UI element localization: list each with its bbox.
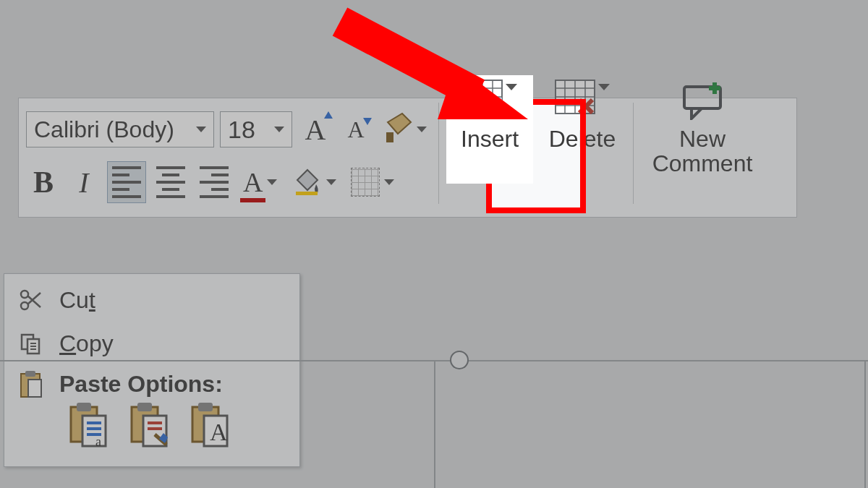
menu-label: Copy <box>59 330 114 357</box>
align-center-button[interactable] <box>152 161 190 203</box>
table-column-divider <box>434 361 435 488</box>
delete-button[interactable]: Delete <box>539 75 626 184</box>
separator <box>633 103 634 204</box>
document-table[interactable] <box>0 360 868 488</box>
font-size-select[interactable]: 18 <box>220 111 292 147</box>
table-move-handle[interactable] <box>450 351 469 369</box>
align-left-icon <box>112 166 141 198</box>
align-center-icon <box>156 166 185 198</box>
insert-label: Insert <box>461 127 519 152</box>
new-comment-icon <box>678 80 726 123</box>
shrink-font-icon: A <box>347 116 364 143</box>
grow-font-button[interactable]: A <box>298 108 333 150</box>
scissors-icon <box>17 288 43 312</box>
shrink-font-button[interactable]: A <box>339 108 373 150</box>
svg-point-18 <box>21 302 28 309</box>
separator <box>438 103 439 204</box>
menu-item-cut[interactable]: Cut <box>4 278 299 322</box>
insert-button[interactable]: Insert <box>446 75 533 184</box>
chevron-down-icon <box>326 179 336 185</box>
chevron-down-icon <box>506 84 517 90</box>
insert-table-icon <box>462 80 503 114</box>
bold-icon: B <box>33 165 54 200</box>
chevron-down-icon <box>384 179 394 185</box>
chevron-down-icon <box>274 127 284 132</box>
format-painter-icon <box>383 112 412 147</box>
align-left-button[interactable] <box>107 161 146 203</box>
borders-button[interactable] <box>346 161 399 203</box>
font-size-value: 18 <box>228 116 255 144</box>
italic-icon: I <box>79 166 88 200</box>
svg-point-19 <box>21 291 28 298</box>
svg-rect-17 <box>296 192 318 195</box>
format-painter-button[interactable] <box>379 108 431 150</box>
align-right-button[interactable] <box>195 161 233 203</box>
delete-table-icon <box>555 80 595 114</box>
new-comment-label: NewComment <box>652 127 753 176</box>
borders-icon <box>351 168 380 197</box>
chevron-down-icon <box>598 84 610 90</box>
chevron-down-icon <box>417 127 427 132</box>
chevron-down-icon <box>196 127 206 132</box>
grow-font-icon: A <box>305 113 326 147</box>
font-color-icon: A <box>243 166 263 198</box>
delete-label: Delete <box>549 127 616 152</box>
mini-toolbar: Calibri (Body) 18 A A <box>18 98 797 218</box>
menu-item-copy[interactable]: Copy <box>4 322 299 365</box>
copy-icon <box>17 332 43 355</box>
table-column-divider <box>864 361 866 488</box>
bold-button[interactable]: B <box>26 161 61 203</box>
font-color-button[interactable]: A <box>239 161 281 203</box>
highlight-button[interactable] <box>287 161 341 203</box>
svg-rect-0 <box>386 132 393 142</box>
paint-bucket-icon <box>292 166 322 199</box>
font-name-value: Calibri (Body) <box>34 116 174 143</box>
align-right-icon <box>200 166 229 198</box>
chevron-down-icon <box>267 179 277 185</box>
font-name-select[interactable]: Calibri (Body) <box>26 111 214 147</box>
menu-label: Cut <box>59 287 95 314</box>
italic-button[interactable]: I <box>67 161 101 203</box>
new-comment-button[interactable]: NewComment <box>641 75 764 184</box>
